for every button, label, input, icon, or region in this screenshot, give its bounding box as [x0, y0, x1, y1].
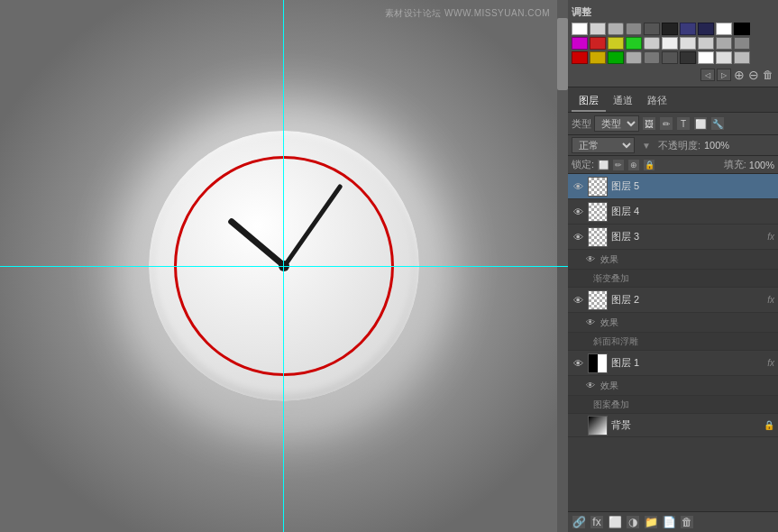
tab-layers[interactable]: 图层: [572, 91, 606, 112]
lock-icon-transparent[interactable]: ⬜: [597, 159, 609, 171]
new-fill-layer-icon[interactable]: ◑: [626, 515, 640, 529]
swatch[interactable]: [734, 51, 750, 64]
layer-effect-2[interactable]: 👁 效果: [568, 313, 778, 333]
layer-effect-bevel-2[interactable]: 斜面和浮雕: [568, 333, 778, 351]
swatch[interactable]: [698, 37, 714, 50]
layer-effect-1[interactable]: 👁 效果: [568, 376, 778, 396]
layer-eye-2[interactable]: 👁: [572, 294, 584, 307]
hour-hand: [226, 217, 286, 269]
layer-name-1: 图层 1: [611, 356, 764, 370]
swatch[interactable]: [662, 51, 678, 64]
layers-section: 图层 通道 路径 类型 类型 🖼 ✏ T ⬜ 🔧 正常 ▼ 不透明度: 100%: [568, 87, 778, 532]
swatch[interactable]: [572, 37, 588, 50]
filter-icon-1[interactable]: 🖼: [642, 116, 656, 131]
swatch[interactable]: [698, 23, 714, 35]
canvas-scrollbar-thumb[interactable]: [557, 18, 568, 90]
layer-item-1[interactable]: 👁 图层 1 fx: [568, 351, 778, 376]
panel-icon-btn[interactable]: ◁: [700, 69, 715, 81]
swatch[interactable]: [572, 51, 588, 64]
filter-type-select[interactable]: 类型: [594, 115, 639, 132]
fx-eye-icon-2[interactable]: 👁: [586, 317, 595, 327]
filter-icon-4[interactable]: ⬜: [693, 116, 708, 131]
fx-eye-icon-1[interactable]: 👁: [586, 381, 595, 390]
layer-eye-4[interactable]: 👁: [572, 206, 584, 218]
swatch[interactable]: [644, 23, 660, 35]
right-panel: 调整: [568, 0, 778, 532]
layers-tabs: 图层 通道 路径: [568, 87, 778, 113]
blend-mode-select[interactable]: 正常: [572, 137, 635, 153]
swatch[interactable]: [662, 23, 678, 35]
swatch[interactable]: [608, 51, 624, 64]
opacity-value: 100%: [704, 140, 729, 151]
swatch[interactable]: [716, 37, 732, 50]
panel-icon-btn[interactable]: ⊖: [747, 69, 760, 81]
swatch[interactable]: [626, 37, 642, 50]
layer-item-3[interactable]: 👁 图层 3 fx: [568, 225, 778, 250]
lock-fill-row: 锁定: ⬜ ✏ ⊕ 🔒 填充: 100%: [568, 156, 778, 174]
swatch[interactable]: [662, 37, 678, 50]
panel-icon-btn[interactable]: ⊕: [733, 69, 746, 81]
fx-eye-icon-3[interactable]: 👁: [586, 254, 595, 264]
new-group-icon[interactable]: 📁: [644, 515, 658, 529]
blend-opacity-row: 正常 ▼ 不透明度: 100%: [568, 135, 778, 156]
lock-icon-all[interactable]: 🔒: [643, 159, 655, 171]
filter-icon-3[interactable]: T: [676, 116, 691, 131]
lock-icon-position[interactable]: ⊕: [627, 159, 640, 171]
swatch[interactable]: [734, 37, 750, 50]
layer-item-2[interactable]: 👁 图层 2 fx: [568, 288, 778, 313]
swatch[interactable]: [698, 51, 714, 64]
layer-effect-pattern-1[interactable]: 图案叠加: [568, 396, 778, 414]
swatch[interactable]: [680, 51, 696, 64]
layer-effect-gradient-3[interactable]: 渐变叠加: [568, 270, 778, 288]
filter-label: 类型: [572, 117, 591, 131]
swatch[interactable]: [590, 51, 606, 64]
swatch[interactable]: [626, 51, 642, 64]
filter-icon-2[interactable]: ✏: [659, 116, 673, 131]
swatch[interactable]: [734, 23, 750, 35]
layer-item-4[interactable]: 👁 图层 4: [568, 199, 778, 225]
lock-icon-brush[interactable]: ✏: [612, 159, 625, 171]
swatch[interactable]: [590, 23, 606, 35]
delete-layer-icon[interactable]: 🗑: [680, 515, 694, 529]
tab-paths[interactable]: 路径: [640, 91, 674, 112]
crosshair-vertical: [283, 0, 284, 532]
swatches-row-1: [572, 23, 774, 35]
layer-eye-5[interactable]: 👁: [572, 180, 584, 193]
swatch[interactable]: [716, 51, 732, 64]
swatch[interactable]: [626, 23, 642, 35]
layer-eye-bg[interactable]: 👁: [572, 419, 584, 432]
layer-thumb-5: [588, 177, 608, 197]
add-mask-icon[interactable]: ⬜: [608, 515, 622, 529]
swatch[interactable]: [608, 37, 624, 50]
background-name: 背景: [611, 418, 760, 432]
swatch[interactable]: [644, 37, 660, 50]
opacity-arrow: ▼: [642, 141, 651, 151]
swatch[interactable]: [572, 23, 588, 35]
effect-label-2: 效果: [600, 316, 618, 329]
layer-fx-1: fx: [767, 358, 774, 368]
background-layer[interactable]: 👁 背景 🔒: [568, 414, 778, 437]
layer-eye-1[interactable]: 👁: [572, 357, 584, 370]
new-layer-icon[interactable]: 📄: [662, 515, 676, 529]
add-style-icon[interactable]: fx: [590, 515, 604, 529]
link-layers-icon[interactable]: 🔗: [572, 515, 586, 529]
swatch[interactable]: [716, 23, 732, 35]
swatch[interactable]: [644, 51, 660, 64]
layer-item-5[interactable]: 👁 图层 5: [568, 174, 778, 199]
swatches-section: 调整: [568, 0, 778, 87]
layer-effect-3[interactable]: 👁 效果: [568, 250, 778, 270]
tab-channels[interactable]: 通道: [606, 91, 640, 112]
panel-icon-btn[interactable]: 🗑: [762, 69, 774, 81]
minute-hand: [282, 183, 343, 267]
swatch[interactable]: [590, 37, 606, 50]
panel-icon-btn[interactable]: ▷: [717, 69, 731, 81]
swatch[interactable]: [608, 23, 624, 35]
lock-label: 锁定:: [572, 158, 594, 171]
filter-icon-5[interactable]: 🔧: [710, 116, 725, 131]
swatch[interactable]: [680, 23, 696, 35]
layers-filter-toolbar: 类型 类型 🖼 ✏ T ⬜ 🔧: [568, 113, 778, 135]
swatch[interactable]: [680, 37, 696, 50]
layer-thumb-1: [588, 353, 608, 373]
layers-bottom-toolbar: 🔗 fx ⬜ ◑ 📁 📄 🗑: [568, 511, 778, 532]
layer-eye-3[interactable]: 👁: [572, 231, 584, 243]
